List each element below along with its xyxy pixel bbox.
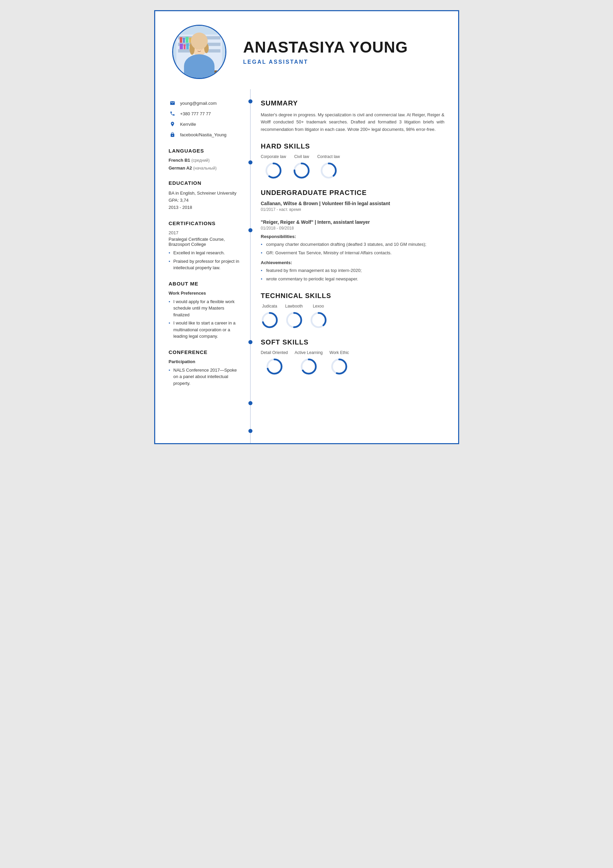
contact-section: young@gmail.com +380 777 77 77 Kerrville	[169, 99, 241, 138]
undergrad-section: UNDERGRADUATE PRACTICE Callanan, Wiltse …	[251, 189, 444, 282]
svg-point-12	[190, 65, 208, 78]
phone-item: +380 777 77 77	[169, 110, 241, 117]
cert-bullets: Excelled in legal research. Praised by p…	[169, 250, 241, 271]
education-details: BA in English, Schreiner University GPA:…	[169, 190, 241, 211]
social-text: facebook/Nastia_Young	[180, 132, 227, 137]
svg-point-19	[189, 42, 195, 55]
practice-entry-1: Callanan, Wiltse & Brown | Volunteer fil…	[261, 201, 444, 212]
phone-icon	[169, 110, 176, 117]
skill-circle-civil	[293, 162, 310, 179]
svg-rect-14	[193, 65, 205, 74]
responsibilities-list: company charter documentation drafting (…	[261, 241, 444, 256]
skill-lexoo: Lexoo	[310, 304, 327, 329]
education-gpa: GPA: 3,74	[169, 197, 241, 204]
conference-bullet-1: NALS Conference 2017—Spoke on a panel ab…	[169, 367, 241, 387]
german-lang: German A2 (начальный)	[169, 166, 241, 170]
conference-bullets: NALS Conference 2017—Spoke on a panel ab…	[169, 367, 241, 387]
email-item: young@gmail.com	[169, 99, 241, 107]
cert-year: 2017	[169, 230, 241, 235]
technical-skills-section: TECHNICAL SKILLS Judicata Lawbooth	[251, 292, 444, 329]
email-icon	[169, 99, 176, 107]
achievements-list: featured by firm management as top inter…	[261, 267, 444, 282]
education-title: EDUCATION	[169, 180, 241, 186]
technical-skills-title: TECHNICAL SKILLS	[261, 292, 444, 300]
practice-date-2: 01/2018 - 09/2018	[261, 226, 444, 231]
skill-label-detail: Detail Oriented	[261, 350, 288, 355]
about-title: ABOUT ME	[169, 281, 241, 287]
svg-rect-9	[180, 44, 183, 49]
skill-circle-ethic	[330, 358, 348, 375]
skill-contract-law: Contract law	[317, 154, 340, 179]
svg-point-20	[204, 43, 208, 53]
languages-section: LANGUAGES French B1 (средний) German A2 …	[169, 148, 241, 170]
soft-skills-section: SOFT SKILLS Detail Oriented Active Learn…	[251, 338, 444, 375]
education-degree: BA in English, Schreiner University	[169, 190, 241, 197]
about-bullets: I would apply for a flexible work schedu…	[169, 298, 241, 340]
location-text: Kerrville	[180, 122, 196, 127]
svg-rect-7	[185, 37, 189, 43]
avatar	[172, 25, 226, 79]
education-section: EDUCATION BA in English, Schreiner Unive…	[169, 180, 241, 211]
technical-skills-grid: Judicata Lawbooth Le	[261, 304, 444, 329]
svg-point-24	[201, 47, 202, 48]
svg-rect-10	[183, 44, 185, 49]
header-section: ANASTASIYA YOUNG LEGAL ASSISTANT	[155, 11, 458, 89]
svg-point-16	[203, 55, 209, 67]
name-section: ANASTASIYA YOUNG LEGAL ASSISTANT	[243, 39, 441, 65]
skill-label-contract: Contract law	[317, 154, 340, 159]
skill-work-ethic: Work Ethic	[330, 350, 349, 375]
skill-corporate-law: Corporate law	[261, 154, 286, 179]
skill-label-active: Active Learning	[295, 350, 323, 355]
phone-text: +380 777 77 77	[180, 111, 211, 116]
soft-skills-grid: Detail Oriented Active Learning	[261, 350, 444, 375]
cert-bullet-2: Praised by professor for project in inte…	[169, 258, 241, 271]
job-title: LEGAL ASSISTANT	[243, 59, 441, 65]
skill-label-ethic: Work Ethic	[330, 350, 349, 355]
main-content: young@gmail.com +380 777 77 77 Kerrville	[155, 89, 458, 443]
skill-label-corporate: Corporate law	[261, 154, 286, 159]
svg-rect-25	[189, 71, 225, 73]
skill-circle-judicata	[261, 311, 279, 329]
work-pref-title: Work Preferences	[169, 291, 241, 296]
location-item: Kerrville	[169, 120, 241, 128]
skill-judicata: Judicata	[261, 304, 279, 329]
skill-circle-contract	[320, 162, 337, 179]
skill-lawbooth: Lawbooth	[285, 304, 303, 329]
about-bullet-2: I would like to start a career in a mult…	[169, 320, 241, 340]
about-bullet-1: I would apply for a flexible work schedu…	[169, 298, 241, 318]
conference-section: CONFERENCE Participation NALS Conference…	[169, 349, 241, 387]
hard-skills-title: HARD SKILLS	[261, 143, 444, 150]
cert-name: Paralegal Certificate Course, Brazosport…	[169, 237, 241, 247]
conference-title: CONFERENCE	[169, 349, 241, 355]
svg-rect-13	[193, 56, 205, 74]
about-section: ABOUT ME Work Preferences I would apply …	[169, 281, 241, 340]
email-text: young@gmail.com	[180, 101, 217, 106]
skill-detail-oriented: Detail Oriented	[261, 350, 288, 375]
skill-civil-law: Civil law	[293, 154, 310, 179]
skill-circle-lexoo	[310, 311, 327, 329]
achievements-title: Achievements:	[261, 260, 444, 265]
svg-rect-5	[180, 37, 182, 43]
practice-org-2: "Reiger, Reiger & Wolf" | Intern, assist…	[261, 219, 444, 225]
resp-item-2: GR: Goverment Tax Service, Ministry of I…	[261, 250, 444, 256]
skill-circle-active	[300, 358, 317, 375]
skill-label-lawbooth: Lawbooth	[285, 304, 303, 308]
skill-active-learning: Active Learning	[295, 350, 323, 375]
undergrad-title: UNDERGRADUATE PRACTICE	[261, 189, 444, 197]
skill-label-civil: Civil law	[294, 154, 309, 159]
skill-circle-detail	[266, 358, 283, 375]
languages-title: LANGUAGES	[169, 148, 241, 153]
skill-label-judicata: Judicata	[262, 304, 277, 308]
svg-rect-6	[183, 38, 185, 43]
resp-item-1: company charter documentation drafting (…	[261, 241, 444, 248]
svg-rect-11	[186, 43, 189, 49]
svg-rect-8	[189, 38, 192, 43]
social-icon	[169, 131, 176, 138]
summary-title: SUMMARY	[261, 99, 444, 107]
conference-sub: Participation	[169, 359, 241, 364]
education-years: 2013 - 2018	[169, 204, 241, 211]
social-item: facebook/Nastia_Young	[169, 131, 241, 138]
ach-item-2: wrote commentary to periodic legal newsp…	[261, 276, 444, 282]
svg-point-21	[196, 47, 198, 50]
hard-skills-grid: Corporate law Civil law	[261, 154, 444, 179]
